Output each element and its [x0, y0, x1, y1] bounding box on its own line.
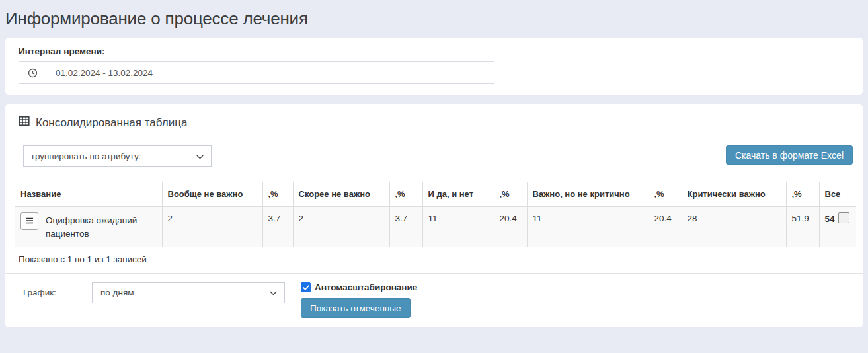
chevron-down-icon — [196, 151, 204, 161]
cell-value: 3.7 — [262, 207, 293, 247]
menu-icon — [26, 215, 34, 228]
cell-value: 20.4 — [494, 207, 527, 247]
row-select-checkbox[interactable] — [838, 212, 849, 223]
controls-row: группировать по атрибуту: Скачать в форм… — [15, 145, 853, 167]
date-range-input[interactable]: 01.02.2024 - 13.02.2024 — [19, 61, 494, 84]
col-header-important-not-critical: Важно, но не критично — [527, 182, 649, 207]
download-excel-button[interactable]: Скачать в формате Excel — [726, 145, 853, 165]
table-row: Оцифровка ожиданий пациентов 2 3.7 2 3.7… — [15, 207, 856, 247]
autoscale-label: Автомасштабирование — [315, 282, 417, 292]
cell-value: 2 — [293, 207, 389, 247]
group-by-select-value: группировать по атрибуту: — [32, 151, 141, 161]
col-header-rather-not-important: Скорее не важно — [293, 182, 389, 207]
autoscale-checkbox[interactable] — [301, 282, 311, 292]
group-by-select[interactable]: группировать по атрибуту: — [23, 145, 212, 167]
chart-period-select-value: по дням — [100, 288, 134, 297]
chart-controls: График: по дням — [5, 273, 863, 327]
cell-value: 28 — [682, 207, 786, 247]
col-header-pct-2: ,% — [389, 182, 422, 207]
col-header-critically-important: Критически важно — [682, 182, 786, 207]
interval-label: Интервал времени: — [19, 46, 849, 56]
page-title: Информирование о процессе лечения — [5, 9, 863, 29]
cell-value: 11 — [527, 207, 649, 247]
section-title: Консолидированная таблица — [36, 116, 187, 130]
interval-panel: Интервал времени: 01.02.2024 - 13.02.202… — [5, 38, 863, 95]
col-header-all: Все — [819, 182, 856, 207]
cell-value: 51.9 — [786, 207, 819, 247]
page: Информирование о процессе лечения Интерв… — [0, 9, 868, 327]
consolidated-table-panel: Консолидированная таблица группировать п… — [5, 104, 863, 327]
date-range-value: 01.02.2024 - 13.02.2024 — [46, 62, 494, 83]
table-icon — [19, 116, 30, 130]
row-name: Оцифровка ожиданий пациентов — [46, 212, 157, 241]
col-header-name: Название — [15, 182, 162, 207]
chart-period-select[interactable]: по дням — [92, 282, 285, 303]
col-header-pct-5: ,% — [786, 182, 819, 207]
cell-value: 2 — [162, 207, 262, 247]
consolidated-table: Название Вообще не важно ,% Скорее не ва… — [15, 182, 856, 247]
chart-label: График: — [23, 282, 92, 297]
col-header-pct-4: ,% — [649, 182, 682, 207]
show-selected-button[interactable]: Показать отмеченные — [301, 298, 411, 318]
check-icon — [303, 281, 309, 293]
chevron-down-icon — [270, 288, 277, 297]
autoscale-option[interactable]: Автомасштабирование — [301, 282, 417, 292]
cell-value: 3.7 — [389, 207, 422, 247]
pagination-info: Показано с 1 по 1 из 1 записей — [15, 247, 853, 273]
col-header-pct-1: ,% — [262, 182, 293, 207]
row-menu-button[interactable] — [20, 212, 38, 230]
cell-value: 20.4 — [649, 207, 682, 247]
section-header: Консолидированная таблица — [19, 116, 853, 130]
col-header-yes-and-no: И да, и нет — [422, 182, 494, 207]
clock-icon — [19, 62, 46, 83]
row-total: 54 — [825, 212, 835, 226]
cell-value: 11 — [422, 207, 494, 247]
col-header-pct-3: ,% — [494, 182, 527, 207]
col-header-not-important: Вообще не важно — [162, 182, 262, 207]
table-header-row: Название Вообще не важно ,% Скорее не ва… — [15, 182, 856, 207]
